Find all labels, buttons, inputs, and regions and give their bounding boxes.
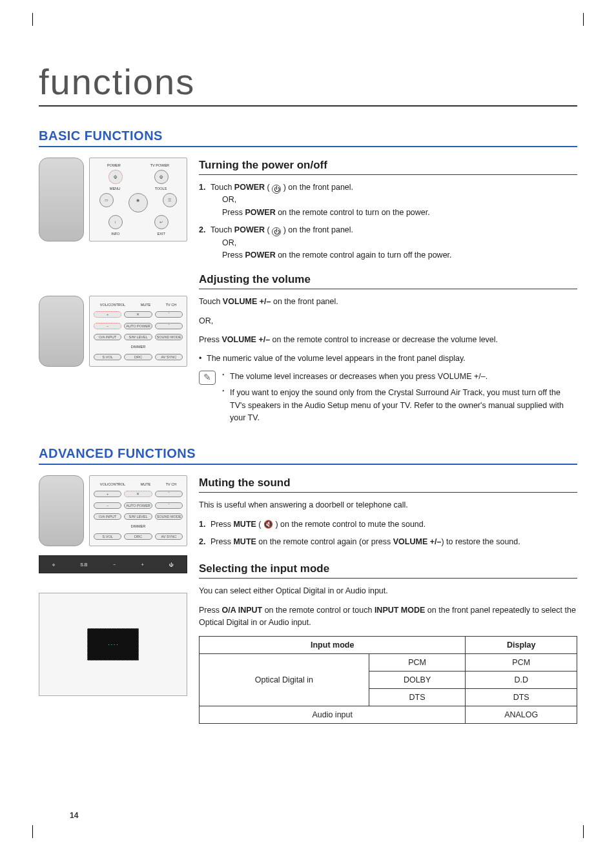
bold-volume: VOLUME +/– [223,297,271,306]
text-or: OR, [210,194,577,206]
device-display: · · · · [87,628,139,661]
volume-note-1: The volume level increases or decreases … [222,371,577,383]
text: ( [265,183,272,192]
cell-analog: ANALOG [466,706,577,723]
remote-diagram-1: POWER TV POWER ⏻ ⏻ MENU TOOLS ▭ ◉ ☰ i [39,158,187,241]
ch-up-button: ˄ [155,491,183,497]
power-step-2: 2. Touch POWER ( ⏻ ) on the front panel.… [199,224,577,261]
mute-icon: 🔇 [263,520,273,529]
bold-volume: VOLUME +/– [221,335,270,344]
cell-dts-disp: DTS [466,688,577,706]
drc-button: DRC [124,354,152,360]
bold-inputmode: INPUT MODE [375,606,425,615]
input-p2: Press O/A INPUT on the remote control or… [199,604,577,630]
device-bar-item: S.B [80,562,87,567]
power-step-1: 1. Touch POWER ( ⏻ ) on the front panel.… [199,181,577,219]
muting-heading: Muting the sound [199,477,577,493]
device-bar-item: − [113,562,116,567]
device-bar-item: + [141,562,144,567]
text: Press [210,537,233,546]
text: Touch [210,225,234,234]
text: Press [222,208,245,217]
power-button-icon: ⏻ [108,170,123,184]
cell-dolby-disp: D.D [466,671,577,688]
cell-pcm-disp: PCM [466,653,577,671]
text: on the remote control again (or press [256,537,393,546]
text: on the remote control or touch [262,606,375,615]
text: ) to restore the sound. [441,537,520,546]
mute-step-2: 2. Press MUTE on the remote control agai… [199,536,577,548]
mute-step-1: 1. Press MUTE ( 🔇 ) on the remote contro… [199,518,577,531]
page-number: 14 [70,811,78,820]
text: Press [210,520,233,529]
volume-or: OR, [199,315,577,327]
auto-power-button: AUTO POWER [124,323,152,329]
label-power: POWER [107,163,121,167]
nav-pad-icon: ◉ [128,193,148,212]
avsync-button: AV SYNC [155,354,183,360]
sound-mode-button: SOUND MODE [155,334,183,340]
volume-p2: Press VOLUME +/– on the remote control t… [199,334,577,346]
label-vol: VOL/CONTROL [100,303,125,307]
text: ( [265,225,272,234]
basic-functions-heading: BASIC FUNCTIONS [39,128,577,147]
power-icon: ⏻ [272,185,281,194]
label-menu: MENU [110,187,120,190]
advanced-functions-heading: ADVANCED FUNCTIONS [39,446,577,465]
text: Press [199,335,221,344]
info-button-icon: i [108,215,123,229]
turning-power-heading: Turning the power on/off [199,159,577,175]
label-exit: EXIT [158,232,165,236]
cell-pcm: PCM [369,653,466,671]
text: Touch [199,297,223,306]
bold-power: POWER [245,251,275,260]
ch-up-button: ˄ [155,311,183,318]
drc-button: DRC [124,533,152,540]
cell-optical: Optical Digital in [200,653,369,706]
mute-button: ✕ [124,491,152,497]
page-title: functions [39,61,577,107]
label-mute: MUTE [141,303,151,307]
note-icon: ✎ [199,371,216,385]
tv-power-button-icon: ⏻ [154,170,169,184]
vol-minus-button: − [94,502,121,509]
mute-p1: This is useful when answering a doorbell… [199,499,577,511]
vol-plus-button: + [94,311,121,318]
text: ) on the front panel. [281,183,353,192]
label-dimmer: DIMMER [94,345,183,349]
bold-oa: O/A INPUT [221,606,262,615]
bold-power: POWER [245,208,275,217]
cell-dolby: DOLBY [369,671,466,688]
mute-button: ✕ [124,311,152,318]
text: ) on the remote control to mute the soun… [273,520,426,529]
menu-button-icon: ▭ [99,193,114,207]
sound-mode-button: SOUND MODE [155,513,183,520]
th-input-mode: Input mode [200,636,466,653]
label-tvch: TV CH [166,303,177,307]
label-dimmer: DIMMER [94,524,183,528]
text: on the front panel. [271,297,338,306]
device-bar-item: ⏻ [169,562,174,567]
label-tvch: TV CH [166,482,177,486]
volume-p1: Touch VOLUME +/– on the front panel. [199,296,577,308]
text: ( [256,520,263,529]
text: Press [222,251,245,260]
input-mode-table: Input mode Display Optical Digital in PC… [199,636,577,724]
vol-minus-button: − [94,323,121,329]
sw-level-button: S/W LEVEL [124,334,152,340]
text: on the remote control again to turn off … [276,251,452,260]
volume-note-2: If you want to enjoy the sound only from… [222,387,577,424]
cell-dts: DTS [369,688,466,706]
text: on the remote control to turn on the pow… [276,208,430,217]
label-tools: TOOLS [155,187,167,190]
th-display: Display [466,636,577,653]
oa-input-button: O/A INPUT [94,513,121,520]
input-p1: You can select either Optical Digital in… [199,585,577,597]
avsync-button: AV SYNC [155,533,183,540]
text: ) on the front panel. [281,225,353,234]
remote-diagram-3: VOL/CONTROL MUTE TV CH + ✕ ˄ − AUTO POWE… [39,475,187,546]
tools-button-icon: ☰ [163,193,177,207]
text: Touch [210,183,234,192]
ch-down-button: ˅ [155,323,183,329]
label-tvpower: TV POWER [150,163,169,167]
